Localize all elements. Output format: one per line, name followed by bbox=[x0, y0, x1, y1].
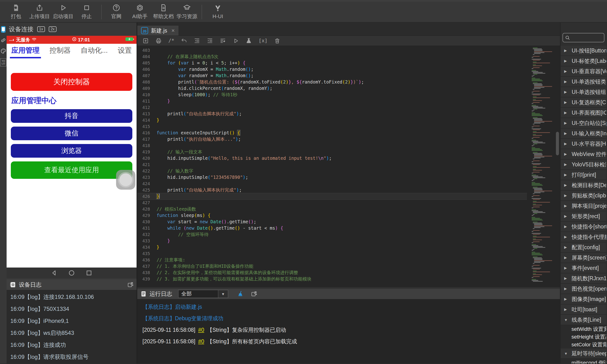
variables-icon[interactable]: [x] bbox=[258, 38, 268, 43]
api-search-input[interactable] bbox=[571, 35, 602, 40]
chevron-right-icon[interactable]: ▶ bbox=[564, 173, 568, 177]
api-tree-item[interactable]: ▶UI-输入框类[Input] bbox=[561, 129, 606, 139]
api-method-item[interactable]: millisecond 倒计时 bbox=[561, 359, 606, 364]
code-line-416[interactable]: 416function executeInputScript() { bbox=[137, 130, 527, 136]
minimap[interactable] bbox=[532, 47, 554, 286]
code-line-424[interactable]: 424 bbox=[137, 181, 527, 187]
editor-scrollbar-thumb[interactable] bbox=[556, 132, 559, 155]
api-tree-item[interactable]: ▶WebView 控件[W] bbox=[561, 149, 606, 159]
api-search-box[interactable] bbox=[563, 33, 604, 42]
code-line-406[interactable]: 406 var randomX = Math.random(); bbox=[137, 66, 527, 72]
api-tree-item[interactable]: ▼延时等待[sleep] bbox=[561, 349, 606, 359]
api-tree-item[interactable]: ▶快捷指令[shortcut] bbox=[561, 222, 606, 232]
code-line-407[interactable]: 407 var randomY = Math.random(); bbox=[137, 72, 527, 79]
code-line-408[interactable]: 408 printl(`随机点击位置: (${randomX.toFixed(2… bbox=[137, 79, 527, 85]
api-tree-item[interactable]: ▶配置[config] bbox=[561, 242, 606, 253]
dropdown-caret-icon[interactable]: ▼ bbox=[218, 290, 228, 298]
nav-recent-icon[interactable] bbox=[85, 269, 93, 276]
indent-icon[interactable] bbox=[207, 38, 213, 44]
code-line-413[interactable]: 413 printl("自动点击脚本执行完成"); bbox=[137, 111, 527, 117]
chevron-right-icon[interactable]: ▶ bbox=[564, 245, 568, 249]
api-tree-item[interactable]: ▶UI-按钮[Button] bbox=[561, 46, 606, 56]
code-line-409[interactable]: 409 hid.clickPercent(randomX, randomY); bbox=[137, 85, 527, 91]
code-line-429[interactable]: 429function sleep(ms) { bbox=[137, 212, 527, 219]
api-tree-item[interactable]: ▶屏幕类[screen] bbox=[561, 253, 606, 263]
api-tree-item[interactable]: ▶随机数[RJrxn1afZ] bbox=[561, 273, 606, 284]
api-tree-item[interactable]: ▶UI-单选按钮组类[R] bbox=[561, 87, 606, 97]
code-line-431[interactable]: 431 while (new Date().getTime() - start … bbox=[137, 225, 527, 231]
api-tree-item[interactable]: ▶UI-界面视图[IOSV] bbox=[561, 108, 606, 118]
app-button[interactable]: 查看最近使用应用 bbox=[11, 161, 132, 179]
api-tree-item[interactable]: ▶检测目标类[Detec] bbox=[561, 180, 606, 191]
code-line-425[interactable]: 425 printl("自动输入脚本执行完成"); bbox=[137, 187, 527, 193]
chevron-right-icon[interactable]: ▶ bbox=[564, 194, 568, 198]
chevron-right-icon[interactable]: ▶ bbox=[564, 59, 568, 63]
yolo-badge[interactable]: YOLO bbox=[0, 58, 6, 66]
code-line-426[interactable]: 426} bbox=[137, 193, 527, 199]
phone-tab-应用管理[interactable]: 应用管理 bbox=[10, 44, 41, 58]
code-line-439[interactable]: 439// 3. 如需扩展更多功能，可以在现有框架基础上添加新的标签页和功能模块 bbox=[137, 276, 527, 282]
api-tree-item[interactable]: ▶UI-空白站位[Space] bbox=[561, 118, 606, 129]
code-line-419[interactable]: 419 // 输入一段文本 bbox=[137, 149, 527, 155]
api-tree-item[interactable]: ▶YoloV5目标检测[Y] bbox=[561, 159, 606, 170]
api-tree-item[interactable]: ▶UI-单选按钮类[Radio] bbox=[561, 77, 606, 87]
chevron-right-icon[interactable]: ▶ bbox=[564, 307, 568, 312]
nav-home-icon[interactable] bbox=[68, 269, 75, 276]
api-tree-item[interactable]: ▶脚本项目[project] bbox=[561, 201, 606, 211]
phone-mirror[interactable]: 无服务 17:01 应用管理控制器自动化...设置 关闭控制器 应用管理中心 抖… bbox=[7, 36, 136, 278]
api-tree-item[interactable]: ▶图色视觉[opencv] bbox=[561, 284, 606, 294]
code-line-430[interactable]: 430 var start = new Date().getTime(); bbox=[137, 219, 527, 225]
code-line-427[interactable]: 427 bbox=[137, 199, 527, 206]
link-icon[interactable] bbox=[0, 37, 6, 44]
code-line-436[interactable]: 436// 注意事项: bbox=[137, 257, 527, 263]
log-ref-link[interactable]: #0 bbox=[198, 338, 204, 344]
chevron-right-icon[interactable]: ▶ bbox=[564, 224, 568, 229]
palette-icon[interactable] bbox=[0, 48, 6, 55]
log-ref-link[interactable]: #0 bbox=[198, 327, 204, 333]
chevron-right-icon[interactable]: ▶ bbox=[564, 100, 568, 104]
chevron-right-icon[interactable]: ▶ bbox=[564, 121, 568, 125]
chevron-right-icon[interactable]: ▶ bbox=[564, 152, 568, 156]
code-line-433[interactable]: 433 } bbox=[137, 238, 527, 244]
api-method-item[interactable]: setColor 设置背景 bbox=[561, 341, 606, 349]
chevron-right-icon[interactable]: ▶ bbox=[564, 276, 568, 280]
test-icon[interactable] bbox=[246, 38, 252, 44]
popout-icon[interactable] bbox=[251, 291, 257, 297]
clear-log-broom-icon[interactable] bbox=[237, 291, 244, 297]
chevron-right-icon[interactable]: ▶ bbox=[564, 49, 568, 53]
log-filter-dropdown[interactable]: 全部 ▼ bbox=[178, 290, 228, 298]
popout-icon[interactable] bbox=[127, 281, 134, 288]
api-tree-item[interactable]: ▶事件[event] bbox=[561, 263, 606, 273]
code-line-432[interactable]: 432 // 空循环等待 bbox=[137, 231, 527, 238]
chevron-right-icon[interactable]: ▶ bbox=[564, 235, 568, 239]
api-method-item[interactable]: setHeight 设置高度 bbox=[561, 333, 606, 341]
chevron-down-icon[interactable]: ▼ bbox=[564, 318, 568, 322]
chevron-right-icon[interactable]: ▶ bbox=[564, 214, 568, 218]
api-tree-item[interactable]: ▶UI-水平容器[Horiz] bbox=[561, 139, 606, 149]
format-icon[interactable] bbox=[220, 38, 226, 44]
tab-close-icon[interactable]: × bbox=[171, 27, 175, 34]
code-line-410[interactable]: 410 sleep(1000); // 等待1秒 bbox=[137, 91, 527, 98]
chevron-right-icon[interactable]: ▶ bbox=[564, 183, 568, 187]
chevron-right-icon[interactable]: ▶ bbox=[564, 162, 568, 167]
code-line-418[interactable]: 418 bbox=[137, 142, 527, 149]
chevron-right-icon[interactable]: ▶ bbox=[564, 204, 568, 208]
ai-assistant-button[interactable]: AI助手 bbox=[128, 4, 152, 20]
tab-new-js[interactable]: JS 新建.js × bbox=[137, 26, 178, 36]
code-line-414[interactable]: 414} bbox=[137, 117, 527, 123]
new-file-icon[interactable] bbox=[142, 38, 149, 44]
code-line-434[interactable]: 434} bbox=[137, 244, 527, 250]
api-tree-item[interactable]: ▶打印[print] bbox=[561, 170, 606, 180]
help-docs-button[interactable]: 帮助文档 bbox=[152, 4, 175, 20]
code-line-438[interactable]: 438// 2. 在实际使用中，某些功能可能需要根据具体的设备环境进行调整 bbox=[137, 269, 527, 276]
api-tree-item[interactable]: ▶吐司[toast] bbox=[561, 304, 606, 315]
zoom-2x-button[interactable]: 2x bbox=[49, 26, 56, 32]
code-line-437[interactable]: 437// 1. 本示例结合了UI界面和HID设备操作功能 bbox=[137, 263, 527, 269]
phone-tab-设置[interactable]: 设置 bbox=[116, 44, 133, 58]
code-line-412[interactable]: 412 bbox=[137, 104, 527, 111]
zoom-1x-button[interactable]: 1x bbox=[37, 26, 45, 32]
start-project-button[interactable]: 启动项目 bbox=[51, 4, 75, 20]
api-tree-item[interactable]: ▶UI-垂直容器[Vertical] bbox=[561, 66, 606, 77]
comment-icon[interactable]: /* bbox=[168, 38, 174, 43]
chevron-right-icon[interactable]: ▶ bbox=[564, 111, 568, 115]
